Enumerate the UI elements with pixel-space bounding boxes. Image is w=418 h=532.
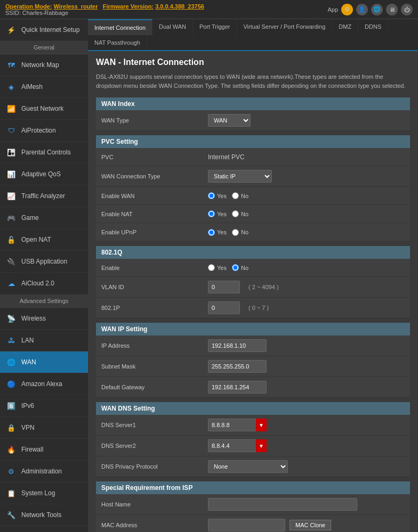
subnet-mask-control bbox=[208, 360, 267, 373]
sidebar-item-usb-application[interactable]: 🔌 USB Application bbox=[0, 251, 88, 273]
dns2-wrap: ▼ bbox=[208, 439, 267, 452]
monitor-icon[interactable]: 🖥 bbox=[386, 4, 398, 15]
enable-upnp-control: Yes No bbox=[208, 229, 248, 236]
enable-wan-control: Yes No bbox=[208, 192, 248, 199]
vpn-icon: 🔒 bbox=[5, 422, 17, 433]
enable-nat-label: Enable NAT bbox=[101, 211, 208, 217]
hostname-control bbox=[208, 498, 357, 511]
sidebar-item-aicloud[interactable]: ☁ AiCloud 2.0 bbox=[0, 273, 88, 294]
traffic-analyzer-icon: 📈 bbox=[5, 190, 17, 202]
network-tools-icon: 🔧 bbox=[5, 509, 17, 521]
dns-privacy-label: DNS Privacy Protocol bbox=[101, 463, 208, 470]
sidebar-item-parental-controls[interactable]: 👨‍👧 Parental Controls bbox=[0, 142, 88, 163]
power-icon[interactable]: ⏻ bbox=[401, 4, 413, 15]
wan-type-select[interactable]: WAN bbox=[208, 114, 251, 127]
sidebar-item-network-map[interactable]: 🗺 Network Map bbox=[0, 54, 88, 76]
dns-privacy-row: DNS Privacy Protocol None DNS-over-TLS (… bbox=[96, 456, 410, 477]
dns2-dropdown-btn[interactable]: ▼ bbox=[256, 439, 267, 452]
sidebar-item-administration[interactable]: ⚙ Administration bbox=[0, 461, 88, 482]
sidebar-item-guest-network[interactable]: 📶 Guest Network bbox=[0, 98, 88, 120]
dot1p-row: 802.1P ( 0 ~ 7 ) bbox=[96, 298, 410, 318]
sidebar-item-traffic-analyzer[interactable]: 📈 Traffic Analyzer bbox=[0, 185, 88, 207]
tab-nat-passthrough[interactable]: NAT Passthrough bbox=[88, 35, 147, 50]
enable-nat-yes[interactable]: Yes bbox=[208, 210, 227, 217]
quick-setup-icon: ⚡ bbox=[5, 24, 17, 36]
dot1q-enable-yes[interactable]: Yes bbox=[208, 264, 227, 271]
alexa-icon: 🔵 bbox=[5, 378, 17, 390]
default-gateway-control bbox=[208, 381, 267, 394]
usb-icon: 🔌 bbox=[5, 256, 17, 267]
sidebar-item-system-log[interactable]: 📋 System Log bbox=[0, 482, 88, 504]
sidebar-item-lan[interactable]: 🖧 LAN bbox=[0, 330, 88, 351]
tab-internet-connection[interactable]: Internet Connection bbox=[88, 19, 152, 35]
wan-index-header: WAN Index bbox=[96, 97, 410, 110]
dot1p-label: 802.1P bbox=[101, 305, 208, 311]
enable-upnp-no[interactable]: No bbox=[232, 229, 248, 236]
sidebar-item-amazon-alexa[interactable]: 🔵 Amazon Alexa bbox=[0, 373, 88, 395]
gear-icon[interactable]: ⚙ bbox=[341, 4, 353, 15]
sidebar-item-open-nat[interactable]: 🔓 Open NAT bbox=[0, 229, 88, 251]
page-title: WAN - Internet Connection bbox=[96, 58, 410, 67]
wireless-icon: 📡 bbox=[5, 313, 17, 324]
dns-privacy-select[interactable]: None DNS-over-TLS (DoT) bbox=[208, 460, 288, 473]
sidebar-item-wireless[interactable]: 📡 Wireless bbox=[0, 308, 88, 330]
pvc-value: Internet PVC bbox=[208, 153, 245, 161]
tab-dmz[interactable]: DMZ bbox=[332, 19, 358, 35]
subnet-mask-input[interactable] bbox=[208, 360, 267, 373]
vlan-id-input[interactable] bbox=[208, 281, 240, 293]
hostname-row: Host Name bbox=[96, 494, 410, 515]
dot1p-input[interactable] bbox=[208, 301, 240, 314]
wan-ip-header: WAN IP Setting bbox=[96, 323, 410, 335]
pvc-label: PVC bbox=[101, 154, 208, 160]
dot1p-range: ( 0 ~ 7 ) bbox=[248, 305, 269, 311]
ip-address-input[interactable] bbox=[208, 339, 267, 352]
sidebar-item-quick-setup[interactable]: ⚡ Quick Internet Setup bbox=[0, 19, 88, 41]
enable-wan-no[interactable]: No bbox=[232, 192, 248, 199]
tab-port-trigger[interactable]: Port Trigger bbox=[193, 19, 237, 35]
sidebar-item-network-tools[interactable]: 🔧 Network Tools bbox=[0, 504, 88, 526]
mac-address-input[interactable] bbox=[208, 519, 285, 531]
sidebar-item-firewall[interactable]: 🔥 Firewall bbox=[0, 439, 88, 461]
dns2-control: ▼ bbox=[208, 439, 267, 452]
sidebar-item-game[interactable]: 🎮 Game bbox=[0, 207, 88, 229]
hostname-input[interactable] bbox=[208, 498, 357, 511]
sidebar-item-aimesh[interactable]: ◈ AiMesh bbox=[0, 76, 88, 98]
tab-virtual-server[interactable]: Virtual Server / Port Forwarding bbox=[237, 19, 332, 35]
pvc-setting-section: PVC Setting PVC Internet PVC WAN Connect… bbox=[96, 135, 410, 242]
connection-type-select[interactable]: Static IP DHCP PPPoE bbox=[208, 170, 272, 183]
administration-icon: ⚙ bbox=[5, 465, 17, 477]
dot1q-enable-control: Yes No bbox=[208, 264, 248, 271]
parental-controls-icon: 👨‍👧 bbox=[5, 146, 17, 158]
enable-nat-control: Yes No bbox=[208, 210, 248, 217]
sidebar-item-wan[interactable]: 🌐 WAN bbox=[0, 351, 88, 373]
enable-wan-yes[interactable]: Yes bbox=[208, 192, 227, 199]
enable-nat-no[interactable]: No bbox=[232, 210, 248, 217]
vlan-id-range: ( 2 ~ 4094 ) bbox=[248, 284, 279, 290]
connection-type-control: Static IP DHCP PPPoE bbox=[208, 170, 272, 183]
dns1-wrap: ▼ bbox=[208, 419, 267, 431]
mac-clone-button[interactable]: MAC Clone bbox=[290, 520, 331, 530]
wan-type-row: WAN Type WAN bbox=[96, 110, 410, 130]
page-description: DSL-AX82U supports several connection ty… bbox=[96, 72, 410, 90]
sidebar-item-adaptive-qos[interactable]: 📊 Adaptive QoS bbox=[0, 163, 88, 185]
open-nat-icon: 🔓 bbox=[5, 234, 17, 245]
globe-icon[interactable]: 🌐 bbox=[371, 4, 383, 15]
enable-wan-row: Enable WAN Yes No bbox=[96, 187, 410, 205]
dot1q-enable-no[interactable]: No bbox=[232, 264, 248, 271]
aicloud-icon: ☁ bbox=[5, 277, 17, 289]
isp-body: Host Name MAC Address MAC Clone Exte bbox=[96, 494, 410, 532]
enable-upnp-yes[interactable]: Yes bbox=[208, 229, 227, 236]
top-bar-actions: App ⚙ 👤 🌐 🖥 ⏻ bbox=[327, 4, 413, 15]
page-content: WAN - Internet Connection DSL-AX82U supp… bbox=[88, 51, 418, 532]
dns2-row: DNS Server2 ▼ bbox=[96, 436, 410, 456]
sidebar-item-vpn[interactable]: 🔒 VPN bbox=[0, 417, 88, 439]
default-gateway-input[interactable] bbox=[208, 381, 267, 394]
sidebar-item-ipv6[interactable]: 6️⃣ IPv6 bbox=[0, 395, 88, 417]
dns1-dropdown-btn[interactable]: ▼ bbox=[256, 419, 267, 431]
pvc-text: Internet PVC bbox=[208, 153, 245, 161]
tab-dual-wan[interactable]: Dual WAN bbox=[152, 19, 193, 35]
dns1-control: ▼ bbox=[208, 419, 267, 431]
sidebar-item-aiprotection[interactable]: 🛡 AiProtection bbox=[0, 120, 88, 142]
tab-ddns[interactable]: DDNS bbox=[358, 19, 388, 35]
person-icon[interactable]: 👤 bbox=[356, 4, 368, 15]
